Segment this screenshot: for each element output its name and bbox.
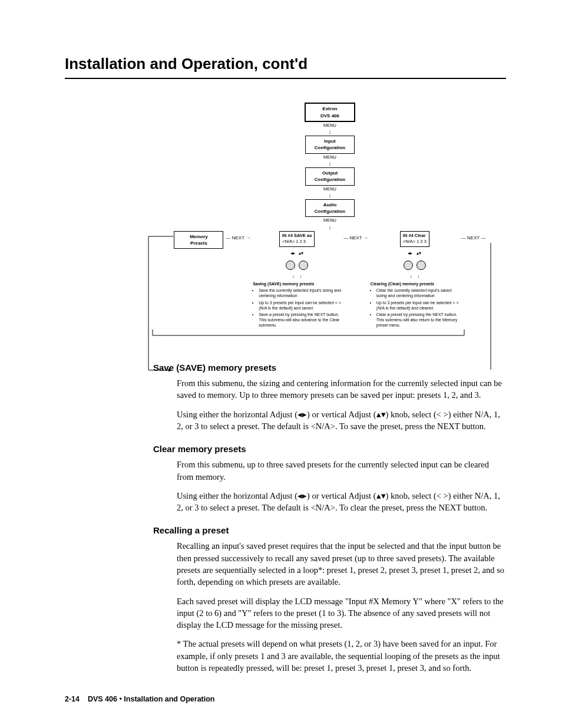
chapter-name: Installation and Operation [124, 695, 214, 703]
page-footer: 2-14 DVS 406 • Installation and Operatio… [65, 694, 215, 705]
knob-icon [299, 261, 308, 270]
heading-clear: Clear memory presets [153, 443, 506, 455]
node-memory-presets: Memory Presets [174, 231, 223, 249]
label-menu: MENU [323, 186, 336, 193]
heading-save: Save (SAVE) memory presets [153, 361, 506, 374]
node-audio-config: Audio Configuration [305, 199, 355, 217]
label-menu: MENU [323, 218, 336, 224]
para-save-1: From this submenu, the sizing and center… [177, 377, 506, 401]
label-next: NEXT [232, 235, 244, 241]
arrow-down-icon: ↓ ↓ [292, 273, 302, 279]
knob-icon [286, 261, 295, 270]
return-line [461, 243, 497, 373]
adjust-arrows-icon: ◂▸ ▴▾ [290, 250, 304, 256]
knob-icon [416, 261, 426, 270]
arrow-down-icon: ↓ [329, 129, 332, 135]
label-menu: MENU [323, 154, 336, 161]
label-next: NEXT [467, 235, 480, 241]
para-recall-2: Each saved preset will display the LCD m… [177, 595, 506, 631]
page-number: 2-14 [65, 695, 80, 703]
flowchart: Extron DVS 406 MENU ↓ Input Configuratio… [165, 103, 495, 338]
page-title: Installation and Operation, cont'd [65, 53, 506, 79]
bottom-return-line [152, 330, 482, 338]
arrow-down-icon: ↓ [329, 161, 332, 167]
return-arrow [148, 236, 174, 371]
arrow-down-icon: ↓ ↓ [409, 273, 419, 279]
para-clear-2: Using either the horizontal Adjust (◂▸) … [177, 490, 506, 514]
arrow-down-icon: ↓ [329, 193, 332, 199]
knob-icon [404, 261, 413, 270]
label-next: NEXT [349, 235, 362, 241]
adjust-arrows-icon: ◂▸ ▴▾ [408, 250, 421, 256]
node-start: Extron DVS 406 [305, 103, 355, 121]
para-recall-3: * The actual presets will depend on what… [177, 638, 506, 674]
para-save-2: Using either the horizontal Adjust (◂▸) … [177, 409, 506, 433]
heading-recall: Recalling a preset [153, 524, 506, 536]
label-menu: MENU [323, 123, 336, 129]
save-description: Saving (SAVE) memory presets Save the cu… [253, 281, 341, 329]
clear-description: Clearing (Clear) memory presets Clear th… [371, 281, 459, 329]
node-clear-preset: IN #4 Clear<N/A> 1 2 3 [400, 231, 429, 247]
separator-bullet: • [119, 695, 121, 703]
product-name: DVS 406 [88, 695, 117, 703]
arrow-down-icon: ↓ [329, 225, 332, 230]
para-clear-1: From this submenu, up to three saved pre… [177, 459, 506, 483]
node-output-config: Output Configuration [305, 167, 355, 185]
para-recall-1: Recalling an input's saved preset requir… [177, 540, 506, 588]
node-save-preset: IN #4 SAVE as<N/A> 1 2 3 [279, 231, 315, 247]
node-input-config: Input Configuration [305, 136, 355, 153]
